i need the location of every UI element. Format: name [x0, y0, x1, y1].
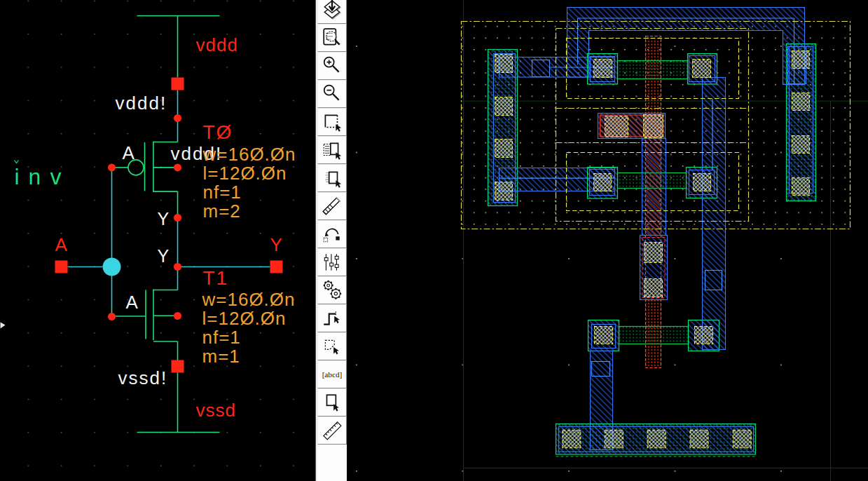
- svg-text:[abcd]: [abcd]: [322, 370, 343, 379]
- svg-text:Y: Y: [158, 246, 170, 266]
- svg-text:w=16Ø.Øn: w=16Ø.Øn: [202, 144, 296, 165]
- svg-text:vddd!: vddd!: [116, 93, 167, 114]
- svg-text:vssd!: vssd!: [118, 367, 168, 388]
- svg-text:l=12Ø.Øn: l=12Ø.Øn: [202, 308, 287, 329]
- svg-text:inv: inv: [15, 164, 71, 189]
- svg-text:A: A: [123, 142, 135, 163]
- svg-text:m=2: m=2: [203, 201, 241, 222]
- svg-text:A: A: [55, 234, 68, 255]
- svg-text:w=16Ø.Øn: w=16Ø.Øn: [202, 289, 296, 310]
- svg-text:A: A: [126, 292, 139, 313]
- svg-text:TØ: TØ: [203, 121, 233, 143]
- svg-text:vddd: vddd: [196, 34, 238, 55]
- svg-text:Y: Y: [270, 234, 283, 255]
- svg-text:nf=1: nf=1: [202, 327, 241, 348]
- svg-text:l=12Ø.Øn: l=12Ø.Øn: [203, 163, 287, 184]
- svg-text:vssd: vssd: [196, 400, 236, 421]
- svg-text:Y: Y: [158, 209, 170, 229]
- svg-text:T1: T1: [203, 267, 229, 289]
- svg-text:m=1: m=1: [202, 346, 240, 367]
- svg-text:nf=1: nf=1: [203, 182, 242, 203]
